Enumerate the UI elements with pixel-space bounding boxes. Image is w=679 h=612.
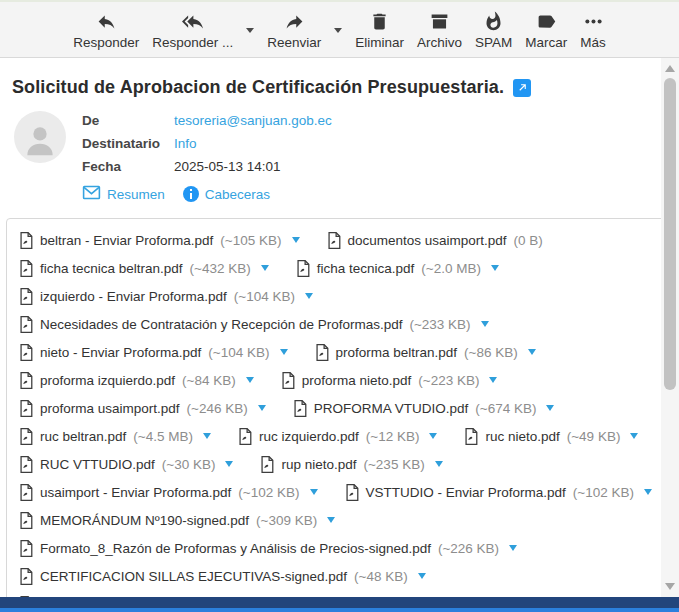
reply-button[interactable]: Responder (73, 11, 139, 50)
attachment-menu-caret-icon[interactable] (644, 489, 652, 495)
attachment-name: rup nieto.pdf (281, 457, 356, 472)
attachment-menu-caret-icon[interactable] (305, 293, 313, 299)
pdf-file-icon (238, 428, 252, 445)
bottom-navy-bar (0, 597, 679, 608)
attachment-size: (~233 KB) (409, 317, 470, 332)
trash-icon (369, 11, 390, 32)
reply-all-menu-caret-icon[interactable] (246, 28, 254, 33)
to-recipient-link[interactable]: Info (174, 132, 197, 155)
attachment-item[interactable]: proforma izquierdo.pdf (~84 KB) (19, 372, 254, 389)
scrollbar-thumb[interactable] (664, 78, 676, 390)
archive-icon (429, 11, 450, 32)
pdf-file-icon (19, 344, 33, 361)
attachment-menu-caret-icon[interactable] (435, 461, 443, 467)
pdf-file-icon (296, 260, 310, 277)
attachment-size: (~104 KB) (208, 345, 269, 360)
reply-all-button[interactable]: Responder ... (152, 11, 233, 50)
attachment-menu-caret-icon[interactable] (203, 433, 211, 439)
attachment-item[interactable]: proforma beltran.pdf (~86 KB) (315, 344, 536, 361)
attachment-item[interactable]: izquierdo - Enviar Proforma.pdf (~104 KB… (19, 288, 313, 305)
attachments-list: beltran - Enviar Proforma.pdf (~105 KB) … (13, 226, 666, 612)
attachment-menu-caret-icon[interactable] (310, 489, 318, 495)
attachment-item[interactable]: usaimport - Enviar Proforma.pdf (~102 KB… (19, 484, 318, 501)
attachment-menu-caret-icon[interactable] (292, 237, 300, 243)
scroll-up-arrow-icon[interactable] (665, 65, 675, 72)
pdf-file-icon (315, 344, 329, 361)
attachment-menu-caret-icon[interactable] (429, 433, 437, 439)
attachment-size: (~48 KB) (354, 569, 408, 584)
mark-button-label: Marcar (525, 35, 567, 50)
attachment-item[interactable]: proforma usaimport.pdf (~246 KB) (19, 400, 266, 417)
attachment-item[interactable]: ruc izquierdo.pdf (~12 KB) (238, 428, 437, 445)
attachment-menu-caret-icon[interactable] (280, 349, 288, 355)
attachment-item[interactable]: ficha tecnica.pdf (~2.0 MB) (296, 260, 499, 277)
attachment-item[interactable]: CERTIFICACION SILLAS EJECUTIVAS-signed.p… (19, 568, 426, 585)
attachment-item[interactable]: MEMORÁNDUM Nº190-signed.pdf (~309 KB) (19, 512, 335, 529)
attachment-size: (~102 KB) (238, 485, 299, 500)
attachment-menu-caret-icon[interactable] (418, 573, 426, 579)
vertical-scrollbar[interactable] (661, 58, 679, 597)
pdf-file-icon (464, 428, 478, 445)
attachment-name: proforma izquierdo.pdf (40, 373, 175, 388)
attachment-size: (~246 KB) (187, 401, 248, 416)
attachment-name: beltran - Enviar Proforma.pdf (40, 233, 213, 248)
attachment-menu-caret-icon[interactable] (546, 405, 554, 411)
attachment-item[interactable]: ruc beltran.pdf (~4.5 MB) (19, 428, 211, 445)
pdf-file-icon (19, 372, 33, 389)
header-row-to: Destinatario Info (82, 132, 332, 155)
sender-avatar (14, 111, 66, 163)
attachment-row: proforma izquierdo.pdf (~84 KB) proforma… (13, 366, 666, 394)
pdf-file-icon (281, 372, 295, 389)
attachment-menu-caret-icon[interactable] (489, 377, 497, 383)
forward-button[interactable]: Reenviar (267, 11, 321, 50)
attachment-menu-caret-icon[interactable] (261, 265, 269, 271)
more-button[interactable]: Más (580, 11, 606, 50)
pdf-file-icon (19, 456, 33, 473)
summary-link-label: Resumen (107, 187, 165, 202)
attachment-item[interactable]: Necesidades de Contratación y Recepción … (19, 316, 489, 333)
headers-link[interactable]: Cabeceras (183, 186, 270, 202)
attachment-name: usaimport - Enviar Proforma.pdf (40, 485, 231, 500)
attachment-menu-caret-icon[interactable] (258, 405, 266, 411)
attachment-item[interactable]: beltran - Enviar Proforma.pdf (~105 KB) (19, 232, 300, 249)
scroll-down-arrow-icon[interactable] (665, 583, 675, 590)
attachment-menu-caret-icon[interactable] (327, 517, 335, 523)
attachment-item[interactable]: Formato_8_Razón de Proformas y Análisis … (19, 540, 517, 557)
from-address-link[interactable]: tesoreria@sanjuan.gob.ec (174, 109, 332, 132)
pdf-file-icon (293, 400, 307, 417)
attachment-item[interactable]: rup nieto.pdf (~235 KB) (260, 456, 442, 473)
open-in-new-window-button[interactable] (513, 79, 531, 97)
attachment-menu-caret-icon[interactable] (225, 461, 233, 467)
attachment-name: proforma nieto.pdf (302, 373, 412, 388)
attachment-item[interactable]: RUC VTTUDIO.pdf (~30 KB) (19, 456, 233, 473)
pdf-file-icon (19, 428, 33, 445)
attachment-menu-caret-icon[interactable] (481, 321, 489, 327)
reply-all-icon (182, 11, 203, 32)
attachment-name: RUC VTTUDIO.pdf (40, 457, 155, 472)
pdf-file-icon (19, 512, 33, 529)
attachment-item[interactable]: ficha tecnica beltran.pdf (~432 KB) (19, 260, 269, 277)
forward-menu-caret-icon[interactable] (334, 28, 342, 33)
attachment-item[interactable]: VSTTUDIO - Enviar Proforma.pdf (~102 KB) (345, 484, 652, 501)
delete-button[interactable]: Eliminar (355, 11, 404, 50)
summary-link[interactable]: Resumen (82, 185, 165, 203)
attachment-menu-caret-icon[interactable] (246, 377, 254, 383)
attachment-item[interactable]: proforma nieto.pdf (~223 KB) (281, 372, 498, 389)
attachment-item[interactable]: PROFORMA VTUDIO.pdf (~674 KB) (293, 400, 555, 417)
attachment-item[interactable]: nieto - Enviar Proforma.pdf (~104 KB) (19, 344, 288, 361)
mark-button[interactable]: Marcar (525, 11, 567, 50)
spam-button[interactable]: SPAM (475, 11, 512, 50)
pdf-file-icon (19, 316, 33, 333)
attachment-row: ficha tecnica beltran.pdf (~432 KB) fich… (13, 254, 666, 282)
forward-icon (284, 11, 305, 32)
archive-button[interactable]: Archivo (417, 11, 462, 50)
attachment-menu-caret-icon[interactable] (491, 265, 499, 271)
attachment-menu-caret-icon[interactable] (630, 433, 638, 439)
attachment-item[interactable]: ruc nieto.pdf (~49 KB) (464, 428, 638, 445)
attachment-size: (~2.0 MB) (421, 261, 481, 276)
attachment-item[interactable]: documentos usaimport.pdf (0 B) (327, 232, 543, 249)
attachment-menu-caret-icon[interactable] (509, 545, 517, 551)
date-label: Fecha (82, 155, 174, 178)
attachment-menu-caret-icon[interactable] (528, 349, 536, 355)
pdf-file-icon (19, 400, 33, 417)
